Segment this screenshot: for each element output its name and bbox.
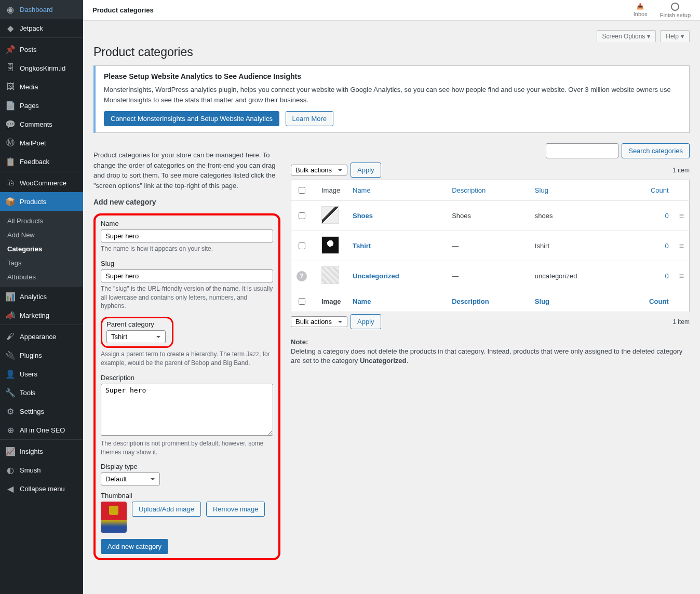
menu-plugins[interactable]: 🔌Plugins <box>0 346 83 365</box>
submenu-tags[interactable]: Tags <box>0 256 83 270</box>
menu-dashboard[interactable]: ◉Dashboard <box>0 0 83 19</box>
menu-feedback[interactable]: 📋Feedback <box>0 152 83 171</box>
submenu-products: All Products Add New Categories Tags Att… <box>0 211 83 287</box>
col-image: Image <box>316 180 347 201</box>
menu-pages[interactable]: 📄Pages <box>0 96 83 115</box>
menu-products[interactable]: 📦Products <box>0 192 83 211</box>
row-checkbox[interactable] <box>299 242 305 249</box>
category-thumb <box>321 206 339 224</box>
menu-appearance[interactable]: 🖌Appearance <box>0 327 83 346</box>
add-category-button[interactable]: Add new category <box>101 539 168 554</box>
help-icon[interactable]: ? <box>297 271 307 281</box>
display-type-select[interactable]: Default <box>101 473 160 485</box>
menu-jetpack[interactable]: ◆Jetpack <box>0 19 83 37</box>
menu-analytics[interactable]: 📊Analytics <box>0 287 83 306</box>
name-input[interactable] <box>101 230 273 242</box>
col-name[interactable]: Name <box>353 186 371 194</box>
submenu-categories[interactable]: Categories <box>0 242 83 256</box>
description-textarea[interactable]: Super hero <box>101 384 273 436</box>
bulk-actions-top[interactable]: Bulk actions <box>291 165 347 176</box>
page-title: Product categories <box>93 45 690 59</box>
category-name-link[interactable]: Uncategorized <box>353 272 399 280</box>
products-icon: 📦 <box>5 196 16 207</box>
submenu-add-new[interactable]: Add New <box>0 228 83 242</box>
drag-handle-icon[interactable]: ≡ <box>679 211 684 220</box>
apply-bottom-button[interactable]: Apply <box>351 314 381 329</box>
category-count[interactable]: 0 <box>665 212 668 220</box>
search-categories-button[interactable]: Search categories <box>622 143 690 158</box>
apply-top-button[interactable]: Apply <box>351 163 381 178</box>
menu-label: Tools <box>20 389 35 397</box>
help-tab[interactable]: Help ▾ <box>660 30 690 42</box>
menu-media[interactable]: 🖼Media <box>0 77 83 96</box>
learn-more-button[interactable]: Learn More <box>286 111 333 126</box>
menu-woocommerce[interactable]: 🛍WooCommerce <box>0 173 83 192</box>
select-all-bottom[interactable] <box>299 298 305 305</box>
col-description[interactable]: Description <box>452 186 486 194</box>
finish-setup-button[interactable]: Finish setup <box>660 3 691 18</box>
col-description-foot[interactable]: Description <box>452 298 489 305</box>
screen-options-tab[interactable]: Screen Options ▾ <box>597 30 656 42</box>
chevron-down-icon: ▾ <box>681 33 684 40</box>
remove-image-button[interactable]: Remove image <box>206 502 265 517</box>
collapse-icon: ◀ <box>5 483 16 494</box>
chevron-down-icon: ▾ <box>647 33 650 40</box>
col-slug[interactable]: Slug <box>535 186 548 194</box>
menu-ongkoskirim[interactable]: 🗄OngkosKirim.id <box>0 59 83 77</box>
category-slug: uncategorized <box>530 261 622 291</box>
row-checkbox[interactable] <box>299 212 305 219</box>
upload-image-button[interactable]: Upload/Add image <box>132 502 201 517</box>
settings-icon: ⚙ <box>5 406 16 416</box>
pages-icon: 📄 <box>5 100 16 111</box>
category-count[interactable]: 0 <box>665 272 668 280</box>
menu-label: All in One SEO <box>20 426 65 434</box>
menu-insights[interactable]: 📈Insights <box>0 442 83 461</box>
col-count[interactable]: Count <box>651 186 669 194</box>
media-icon: 🖼 <box>5 82 16 92</box>
category-name-link[interactable]: Shoes <box>353 212 373 220</box>
menu-smush[interactable]: ◐Smush <box>0 461 83 479</box>
connect-analytics-button[interactable]: Connect MonsterInsights and Setup Websit… <box>104 111 279 126</box>
drag-handle-icon[interactable]: ≡ <box>679 272 684 280</box>
drag-handle-icon[interactable]: ≡ <box>679 241 684 250</box>
category-search-input[interactable] <box>546 143 618 158</box>
notice-heading: Please Setup Website Analytics to See Au… <box>104 72 681 80</box>
col-slug-foot[interactable]: Slug <box>535 298 549 305</box>
circle-icon <box>671 3 679 11</box>
analytics-icon: 📊 <box>5 291 16 302</box>
woocommerce-icon: 🛍 <box>5 178 16 188</box>
menu-marketing[interactable]: 📣Marketing <box>0 306 83 325</box>
menu-label: Settings <box>20 408 44 415</box>
menu-tools[interactable]: 🔧Tools <box>0 383 83 402</box>
menu-aioseo[interactable]: ⊕All in One SEO <box>0 421 83 439</box>
select-all-top[interactable] <box>299 187 305 194</box>
menu-settings[interactable]: ⚙Settings <box>0 402 83 421</box>
menu-label: Marketing <box>20 312 49 319</box>
menu-posts[interactable]: 📌Posts <box>0 40 83 59</box>
slug-label: Slug <box>101 260 273 267</box>
col-count-foot[interactable]: Count <box>649 298 669 305</box>
menu-comments[interactable]: 💬Comments <box>0 115 83 133</box>
menu-label: Pages <box>20 102 39 110</box>
box-icon: 🗄 <box>5 63 16 73</box>
col-name-foot[interactable]: Name <box>353 298 371 305</box>
slug-input[interactable] <box>101 269 273 282</box>
category-count[interactable]: 0 <box>665 242 668 250</box>
bulk-actions-bottom[interactable]: Bulk actions <box>291 316 347 327</box>
item-count-top: 1 item <box>672 167 690 174</box>
description-desc: The description is not prominent by defa… <box>101 439 273 457</box>
category-name-link[interactable]: Tshirt <box>353 242 371 250</box>
menu-mailpoet[interactable]: ⓂMailPoet <box>0 133 83 152</box>
plugins-icon: 🔌 <box>5 350 16 360</box>
menu-users[interactable]: 👤Users <box>0 365 83 383</box>
submenu-attributes[interactable]: Attributes <box>0 270 83 284</box>
topbar: Product categories 📥Inbox Finish setup <box>83 0 700 21</box>
seo-icon: ⊕ <box>5 425 16 435</box>
submenu-all-products[interactable]: All Products <box>0 214 83 228</box>
parent-select[interactable]: Tshirt <box>106 330 166 343</box>
topbar-title: Product categories <box>92 6 154 14</box>
menu-collapse[interactable]: ◀Collapse menu <box>0 479 83 498</box>
inbox-icon: 📥 <box>637 3 644 10</box>
insights-icon: 📈 <box>5 446 16 456</box>
inbox-button[interactable]: 📥Inbox <box>634 3 648 17</box>
